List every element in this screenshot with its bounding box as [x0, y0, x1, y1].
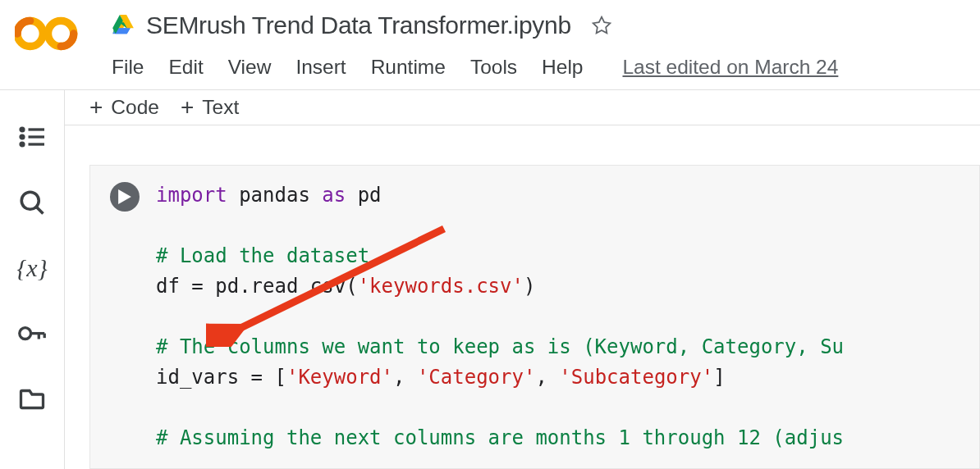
run-cell-button[interactable] [110, 182, 140, 212]
plus-icon: + [89, 94, 103, 121]
svg-line-16 [37, 207, 44, 214]
menu-file[interactable]: File [112, 56, 144, 79]
menu-runtime[interactable]: Runtime [371, 56, 446, 79]
menu-tools[interactable]: Tools [470, 56, 517, 79]
svg-point-17 [20, 328, 31, 339]
notebook-title[interactable]: SEMrush Trend Data Transformer.ipynb [146, 11, 571, 39]
add-text-button[interactable]: + Text [181, 94, 239, 121]
menu-view[interactable]: View [228, 56, 272, 79]
svg-point-15 [21, 192, 39, 209]
menu-insert[interactable]: Insert [295, 56, 346, 79]
files-icon[interactable] [17, 385, 47, 413]
add-code-button[interactable]: + Code [89, 94, 159, 121]
last-edited-link[interactable]: Last edited on March 24 [622, 56, 838, 79]
left-sidebar: {x} [0, 90, 64, 469]
play-icon [118, 189, 131, 204]
secrets-icon[interactable] [17, 320, 47, 348]
colab-logo [15, 13, 79, 54]
svg-point-13 [21, 143, 24, 146]
plus-icon: + [181, 94, 194, 121]
svg-point-9 [21, 128, 24, 131]
star-icon[interactable] [591, 15, 612, 36]
drive-icon [112, 15, 135, 36]
variables-icon[interactable]: {x} [17, 254, 47, 282]
add-code-label: Code [111, 96, 159, 119]
search-icon[interactable] [17, 189, 47, 216]
menu-bar: File Edit View Insert Runtime Tools Help… [112, 56, 980, 79]
cell-toolbar: + Code + Text [65, 90, 980, 125]
code-cell[interactable]: import pandas as pd # Load the dataset d… [89, 165, 980, 469]
code-editor[interactable]: import pandas as pd # Load the dataset d… [149, 180, 844, 453]
svg-point-11 [21, 135, 24, 139]
add-text-label: Text [202, 96, 239, 119]
toc-icon[interactable] [17, 123, 47, 151]
menu-edit[interactable]: Edit [168, 56, 203, 79]
menu-help[interactable]: Help [542, 56, 583, 79]
